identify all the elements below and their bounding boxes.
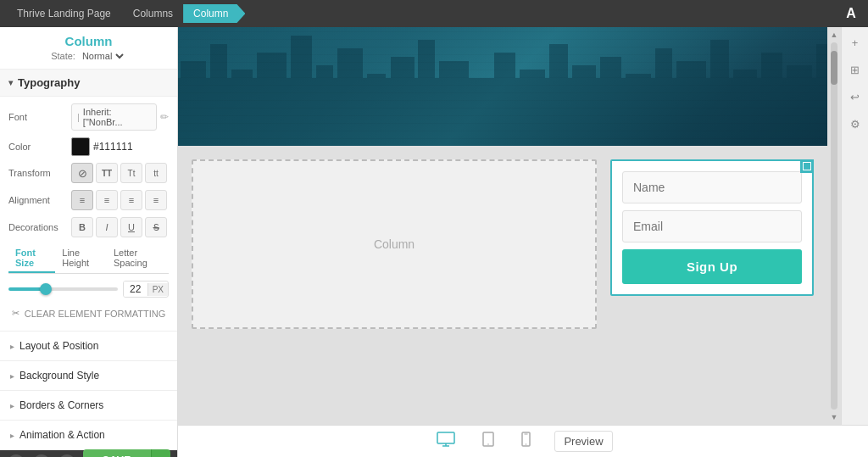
transform-capitalize-btn[interactable]: Tt	[120, 163, 142, 183]
layers-icon-btn[interactable]: ⊞	[843, 58, 867, 81]
typography-section-header[interactable]: ▾ Typography	[0, 70, 177, 97]
svg-rect-4	[257, 53, 287, 112]
save-btn-group: SAVE WORK ▾	[83, 449, 170, 457]
background-style-section[interactable]: ▸ Background Style	[0, 361, 177, 391]
thrive-logo-icon[interactable]: A	[837, 0, 865, 27]
color-hex: #111111	[93, 141, 133, 153]
deco-strikethrough-btn[interactable]: S̶	[145, 217, 167, 237]
transform-buttons: ⊘ TT Tt tt	[71, 163, 167, 183]
align-justify-btn[interactable]: ≡	[145, 190, 167, 210]
nav-column[interactable]: Column	[183, 4, 245, 23]
align-left-btn[interactable]: ≡	[71, 190, 93, 210]
column-handle-icon[interactable]	[800, 159, 814, 173]
font-size-unit: PX	[147, 283, 168, 296]
font-size-tab[interactable]: Font Size	[8, 244, 55, 273]
deco-bold-btn[interactable]: B	[71, 217, 93, 237]
city-background	[178, 27, 827, 146]
font-pipe: |	[77, 112, 80, 122]
letter-spacing-tab[interactable]: Letter Spacing	[107, 244, 169, 273]
main-layout: Column State: Normal Hover ▾ Typography …	[0, 27, 868, 457]
deco-italic-btn[interactable]: I	[96, 217, 118, 237]
align-right-btn[interactable]: ≡	[120, 190, 142, 210]
font-size-input[interactable]	[124, 281, 147, 297]
hero-image	[178, 27, 827, 146]
typography-content: Font | Inherit: ["NonBr... ✏ Color #1111…	[0, 97, 177, 332]
state-label: State:	[51, 51, 75, 61]
font-size-slider-thumb[interactable]	[40, 283, 52, 295]
transform-uppercase-btn[interactable]: TT	[96, 163, 118, 183]
canvas-area: Column Sign Up	[178, 27, 827, 425]
clear-icon: ✂	[12, 308, 19, 319]
svg-rect-2	[210, 44, 227, 112]
nav-columns[interactable]: Columns	[121, 4, 183, 23]
panel-state: State: Normal Hover	[7, 50, 170, 62]
font-inherit-box[interactable]: | Inherit: ["NonBr...	[71, 103, 157, 131]
scroll-up-arrow[interactable]: ▲	[828, 29, 840, 41]
canvas-and-scroll: Column Sign Up ▲ ▼	[178, 27, 868, 425]
svg-rect-20	[676, 61, 706, 112]
signup-button[interactable]: Sign Up	[622, 249, 802, 284]
transform-lowercase-btn[interactable]: tt	[145, 163, 167, 183]
background-label: Background Style	[19, 370, 99, 382]
borders-label: Borders & Corners	[19, 399, 103, 411]
clear-formatting-btn[interactable]: ✂ CLEAR ELEMENT FORMATTING	[8, 303, 169, 324]
svg-rect-7	[337, 48, 363, 112]
scroll-down-arrow[interactable]: ▼	[828, 411, 840, 423]
plus-icon-btn[interactable]: +	[843, 31, 867, 54]
color-label: Color	[8, 142, 66, 152]
svg-rect-0	[178, 78, 827, 146]
panel-header: Column State: Normal Hover	[0, 27, 177, 70]
animation-action-section[interactable]: ▸ Animation & Action	[0, 421, 177, 450]
svg-rect-13	[494, 53, 515, 112]
scroll-track[interactable]	[831, 42, 837, 410]
name-input[interactable]	[622, 171, 802, 203]
deco-underline-btn[interactable]: U	[120, 217, 142, 237]
breadcrumb: Thrive Landing Page Columns Column	[7, 4, 245, 23]
svg-rect-10	[418, 40, 435, 112]
color-row: Color #111111	[8, 137, 169, 156]
decorations-label: Decorations	[8, 222, 66, 232]
nav-thrive-landing-page[interactable]: Thrive Landing Page	[7, 4, 121, 23]
font-value-area: | Inherit: ["NonBr... ✏	[71, 103, 169, 131]
svg-rect-19	[655, 48, 672, 112]
color-swatch[interactable]	[71, 137, 90, 156]
svg-rect-9	[391, 57, 415, 112]
mobile-view-btn[interactable]	[518, 428, 534, 454]
animation-label: Animation & Action	[19, 429, 105, 441]
alignment-label: Alignment	[8, 195, 66, 205]
canvas-bottom-toolbar: Preview	[178, 425, 868, 457]
canvas-wrapper: Column Sign Up ▲ ▼	[178, 27, 868, 457]
preview-button[interactable]: Preview	[554, 431, 612, 452]
transform-label: Transform	[8, 168, 66, 178]
save-dropdown-btn[interactable]: ▾	[151, 449, 170, 457]
font-edit-icon[interactable]: ✏	[160, 111, 169, 123]
right-scrollbar: ▲ ▼	[827, 27, 841, 425]
svg-rect-24	[787, 65, 812, 112]
transform-none-btn[interactable]: ⊘	[71, 163, 93, 183]
deco-buttons: B I U S̶	[71, 217, 167, 237]
save-work-button[interactable]: SAVE WORK	[83, 449, 151, 457]
font-label: Font	[8, 112, 66, 122]
scroll-thumb[interactable]	[831, 51, 837, 85]
font-value-text: Inherit: ["NonBr...	[83, 107, 151, 127]
align-center-btn[interactable]: ≡	[96, 190, 118, 210]
typography-arrow-icon: ▾	[8, 78, 13, 87]
left-panel: Column State: Normal Hover ▾ Typography …	[0, 27, 178, 457]
layout-label: Layout & Position	[19, 340, 98, 352]
layout-position-section[interactable]: ▸ Layout & Position	[0, 332, 177, 361]
borders-corners-section[interactable]: ▸ Borders & Corners	[0, 391, 177, 421]
state-select[interactable]: Normal Hover	[79, 50, 126, 62]
svg-rect-3	[231, 70, 253, 112]
svg-rect-15	[549, 44, 568, 112]
layout-arrow-icon: ▸	[10, 342, 14, 351]
tablet-view-btn[interactable]	[479, 428, 498, 454]
font-size-slider-track[interactable]	[8, 287, 118, 291]
bottom-bar: ⏱ ↩ ↪ SAVE WORK ▾	[0, 450, 177, 457]
settings-strip-btn[interactable]: ⚙	[843, 112, 867, 136]
far-right-strip: + ⊞ ↩ ⚙	[841, 27, 868, 425]
line-height-tab[interactable]: Line Height	[55, 244, 107, 273]
animation-arrow-icon: ▸	[10, 431, 14, 440]
desktop-view-btn[interactable]	[433, 428, 459, 454]
email-input[interactable]	[622, 210, 802, 242]
undo-strip-btn[interactable]: ↩	[843, 85, 867, 109]
